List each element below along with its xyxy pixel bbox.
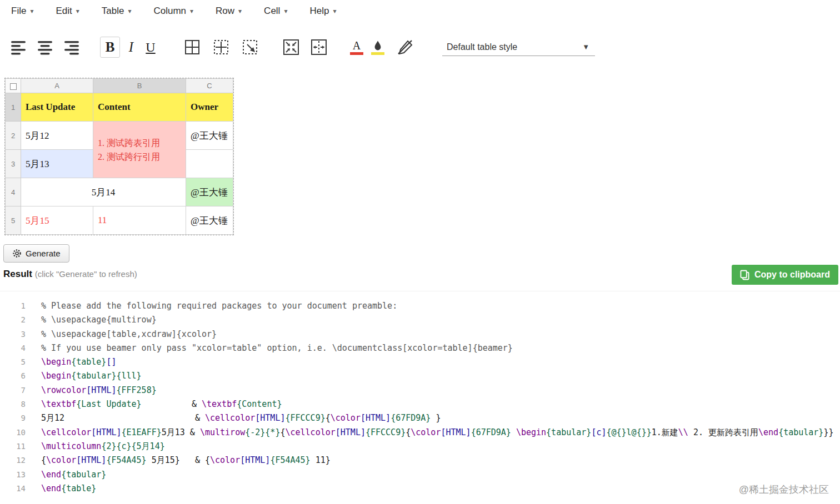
cell-a2[interactable]: 5月12: [21, 122, 93, 150]
border-custom-button[interactable]: [241, 38, 259, 56]
row-header-4[interactable]: 4: [6, 178, 21, 206]
result-hint: (click "Generate" to refresh): [35, 269, 137, 279]
line-number: 14: [0, 482, 26, 496]
row-header-1[interactable]: 1: [6, 93, 21, 122]
cell-b2-line1: 1. 测试跨表引用: [98, 136, 181, 150]
watermark: @稀土掘金技术社区: [739, 483, 829, 496]
clear-formatting-button[interactable]: [397, 38, 414, 56]
menu-cell[interactable]: Cell▾: [264, 6, 287, 17]
border-inner-icon: [212, 38, 230, 56]
align-right-icon: [63, 39, 80, 56]
copy-label: Copy to clipboard: [754, 270, 830, 280]
line-number: 3: [0, 327, 26, 341]
line-number: 6: [0, 369, 26, 383]
bold-button[interactable]: B: [100, 37, 120, 58]
cell-c2[interactable]: @王大锤: [186, 122, 233, 150]
fill-color-button[interactable]: [371, 40, 384, 55]
row-header-2[interactable]: 2: [6, 122, 21, 150]
chevron-down-icon: ▾: [190, 7, 193, 15]
code-line: 2% \usepackage{multirow}: [0, 313, 840, 327]
menu-row[interactable]: Row▾: [216, 6, 242, 17]
code-line: 10\cellcolor[HTML]{E1EAFF}5月13 & \multir…: [0, 426, 840, 440]
gear-icon: [12, 249, 22, 258]
line-number: 9: [0, 411, 26, 425]
code-line: 12{\color[HTML]{F54A45} 5月15} & {\color[…: [0, 453, 840, 467]
menu-edit[interactable]: Edit▾: [56, 6, 79, 17]
border-inner-button[interactable]: [212, 38, 230, 56]
line-number: 13: [0, 468, 26, 482]
menu-table[interactable]: Table▾: [102, 6, 132, 17]
italic-button[interactable]: I: [123, 37, 139, 58]
menu-file[interactable]: File▾: [11, 6, 33, 17]
split-cells-icon: [310, 38, 328, 56]
code-line: 6\begin{tabular}{lll}: [0, 369, 840, 383]
code-line: 3% \usepackage[table,xcdraw]{xcolor}: [0, 327, 840, 341]
table-style-value: Default table style: [447, 42, 517, 52]
column-header-c[interactable]: C: [186, 79, 233, 93]
line-number: 11: [0, 440, 26, 453]
underline-button[interactable]: U: [142, 37, 159, 58]
grid-corner: [6, 79, 21, 93]
row-header-3[interactable]: 3: [6, 150, 21, 178]
generate-label: Generate: [26, 249, 61, 258]
menu-bar: File▾ Edit▾ Table▾ Column▾ Row▾ Cell▾ He…: [11, 6, 336, 17]
cell-a4-b4-merged[interactable]: 5月14: [21, 178, 186, 206]
cell-c5[interactable]: @王大锤: [186, 206, 233, 235]
table-editor: A B C 1 Last Update Content Owner 2 5月12…: [4, 78, 234, 235]
copy-to-clipboard-button[interactable]: Copy to clipboard: [732, 265, 838, 285]
border-all-button[interactable]: [183, 38, 201, 56]
align-left-button[interactable]: [10, 39, 27, 56]
result-title: Result: [3, 269, 32, 279]
cell-b1[interactable]: Content: [93, 93, 186, 122]
cell-c3[interactable]: [186, 150, 233, 178]
chevron-down-icon: ▾: [284, 7, 287, 15]
toolbar: B I U A Default table style: [0, 32, 840, 62]
cell-b5[interactable]: 11: [93, 206, 186, 235]
align-center-button[interactable]: [37, 39, 53, 56]
line-number: 10: [0, 426, 26, 440]
chevron-down-icon: ▾: [128, 7, 131, 15]
text-color-button[interactable]: A: [350, 40, 363, 55]
line-number: 5: [0, 355, 26, 369]
split-cells-button[interactable]: [310, 38, 328, 56]
column-header-a[interactable]: A: [21, 79, 93, 93]
cell-a1[interactable]: Last Update: [21, 93, 93, 122]
code-line: 95月12 & \cellcolor[HTML]{FFCCC9}{\color[…: [0, 411, 840, 425]
cell-b2[interactable]: 1. 测试跨表引用 2. 测试跨行引用: [93, 122, 186, 178]
cell-c4[interactable]: @王大锤: [186, 178, 233, 206]
code-line: 1% Please add the following required pac…: [0, 299, 840, 313]
align-right-button[interactable]: [63, 39, 80, 56]
merge-cells-button[interactable]: [282, 38, 300, 56]
line-number: 7: [0, 384, 26, 397]
chevron-down-icon: ▾: [333, 7, 336, 15]
menu-help[interactable]: Help▾: [309, 6, 336, 17]
chevron-down-icon: ▾: [76, 7, 79, 15]
latex-table-generator-app: File▾ Edit▾ Table▾ Column▾ Row▾ Cell▾ He…: [0, 0, 840, 504]
latex-code-editor[interactable]: 1% Please add the following required pac…: [0, 291, 840, 504]
border-all-icon: [183, 38, 201, 56]
select-all-checkbox[interactable]: [10, 83, 17, 90]
cell-a3[interactable]: 5月13: [21, 150, 93, 178]
cell-b2-line2: 2. 测试跨行引用: [98, 150, 181, 164]
clear-formatting-icon: [397, 38, 414, 56]
code-line: 8\textbf{Last Update} & \textbf{Content}: [0, 397, 840, 411]
generate-button[interactable]: Generate: [3, 244, 69, 263]
row-header-5[interactable]: 5: [6, 206, 21, 235]
border-custom-icon: [241, 38, 259, 56]
menu-column[interactable]: Column▾: [153, 6, 193, 17]
cell-c1[interactable]: Owner: [186, 93, 233, 122]
cell-a5[interactable]: 5月15: [21, 206, 93, 235]
line-number: 4: [0, 341, 26, 355]
code-line: 14\end{table}: [0, 482, 840, 496]
code-line: 7\rowcolor[HTML]{FFF258}: [0, 384, 840, 397]
dropdown-caret-icon: ▼: [582, 43, 589, 51]
merge-cells-icon: [282, 38, 300, 56]
text-color-swatch: [350, 52, 363, 55]
table-style-dropdown[interactable]: Default table style ▼: [442, 38, 595, 56]
chevron-down-icon: ▾: [30, 7, 33, 15]
column-header-b[interactable]: B: [93, 79, 186, 93]
text-color-icon: A: [353, 40, 361, 51]
clipboard-icon: [740, 270, 749, 280]
code-line: 4% If you use beamer only pass "xcolor=t…: [0, 341, 840, 355]
result-header: Result (click "Generate" to refresh): [3, 269, 137, 280]
